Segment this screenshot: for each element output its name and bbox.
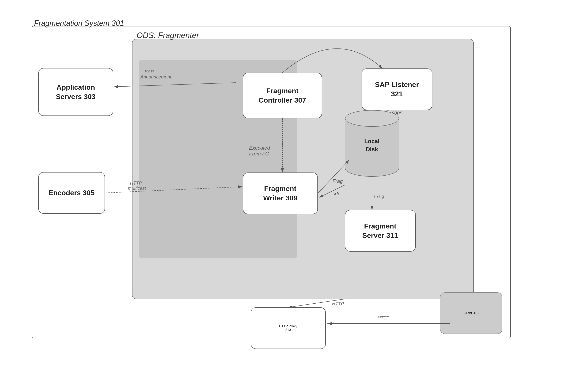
http-proxy-box: HTTP Proxy313 <box>251 307 326 349</box>
local-disk-cylinder: LocalDisk <box>345 110 399 181</box>
svg-text:Frag: Frag <box>332 178 343 184</box>
svg-text:Frag: Frag <box>374 193 385 198</box>
encoders-box: Encoders 305 <box>38 172 105 214</box>
frag-server-box: FragmentServer 311 <box>345 210 416 252</box>
sap-listener-label: SAP Listener321 <box>375 80 419 98</box>
diagram-page: Fragmentation System 301 ApplicationServ… <box>23 13 565 378</box>
frag-system-label: Fragmentation System 301 <box>34 19 124 28</box>
frag-controller-label: FragmentController 307 <box>259 86 306 104</box>
svg-text:sdp: sdp <box>332 191 341 196</box>
frag-system-box: Fragmentation System 301 ApplicationServ… <box>32 26 511 338</box>
svg-line-7 <box>319 185 345 197</box>
frag-writer-label: FragmentWriter 309 <box>263 184 297 202</box>
frag-server-label: FragmentServer 311 <box>362 221 398 240</box>
sap-listener-box: SAP Listener321 <box>362 69 433 110</box>
ods-fragmenter-box: ODS: Fragmenter FragmentController 307 S… <box>132 39 474 299</box>
cylinder-label: LocalDisk <box>345 137 399 153</box>
client-box: Client 315 <box>440 292 502 334</box>
ods-label: ODS: Fragmenter <box>137 31 199 40</box>
client-label: Client 315 <box>463 311 478 315</box>
cylinder-top <box>345 110 399 127</box>
app-servers-label: ApplicationServers 303 <box>56 83 96 101</box>
http-proxy-label: HTTP Proxy313 <box>279 324 297 332</box>
svg-text:HTTP: HTTP <box>332 301 344 306</box>
svg-line-21 <box>288 299 344 307</box>
svg-line-5 <box>318 160 349 193</box>
app-servers-box: ApplicationServers 303 <box>38 68 113 116</box>
frag-controller-box: FragmentController 307 <box>243 73 322 118</box>
encoders-label: Encoders 305 <box>48 188 95 197</box>
frag-writer-box: FragmentWriter 309 <box>243 173 318 214</box>
